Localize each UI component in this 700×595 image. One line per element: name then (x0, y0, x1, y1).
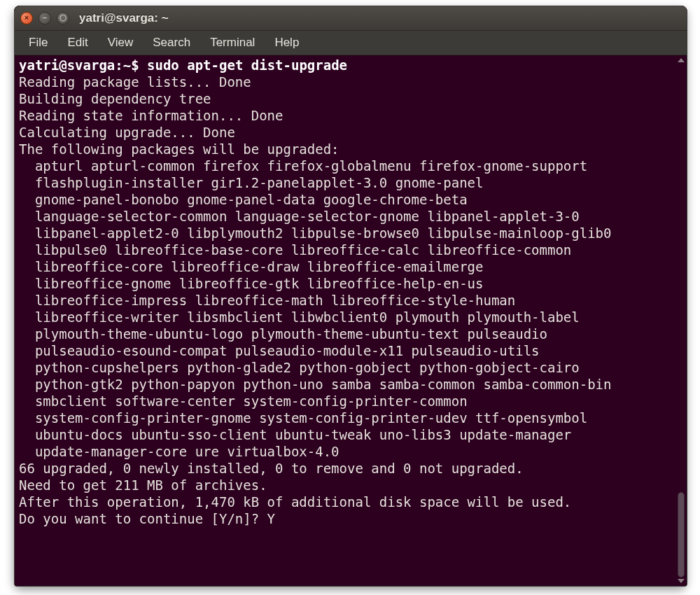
terminal-output[interactable]: yatri@svarga:~$ sudo apt-get dist-upgrad… (15, 55, 676, 586)
prompt: yatri@svarga:~$ (19, 57, 139, 73)
menu-search[interactable]: Search (144, 33, 199, 52)
terminal-line: The following packages will be upgraded: (19, 141, 340, 157)
minimize-icon: – (43, 14, 47, 22)
terminal-line: language-selector-common language-select… (19, 209, 580, 224)
scroll-down-icon[interactable] (678, 579, 685, 583)
terminal-line: libreoffice-core libreoffice-draw libreo… (19, 259, 483, 274)
terminal-line: Need to get 211 MB of archives. (19, 477, 267, 493)
terminal-line: python-gtk2 python-papyon python-uno sam… (19, 377, 611, 392)
terminal-window: × – ◯ yatri@svarga: ~ File Edit View Sea… (14, 6, 687, 587)
close-icon: × (24, 14, 29, 22)
terminal-line: libreoffice-writer libsmbclient libwbcli… (19, 309, 580, 325)
terminal-line: Do you want to continue [Y/n]? Y (19, 511, 275, 526)
terminal-line: Reading state information... Done (19, 108, 284, 123)
scroll-up-icon[interactable] (678, 58, 685, 62)
terminal-line: 66 upgraded, 0 newly installed, 0 to rem… (19, 461, 524, 476)
minimize-button[interactable]: – (38, 12, 51, 24)
terminal-line: smbclient software-center system-config-… (19, 393, 468, 409)
terminal-line: libreoffice-gnome libreoffice-gtk libreo… (19, 276, 483, 291)
titlebar[interactable]: × – ◯ yatri@svarga: ~ (15, 6, 687, 31)
terminal-line: plymouth-theme-ubuntu-logo plymouth-them… (19, 326, 547, 342)
menu-file[interactable]: File (20, 33, 56, 52)
terminal-line: update-manager-core ure virtualbox-4.0 (19, 444, 340, 459)
close-button[interactable]: × (20, 12, 33, 24)
terminal-body-wrap: yatri@svarga:~$ sudo apt-get dist-upgrad… (15, 55, 687, 586)
terminal-line: Reading package lists... Done (19, 74, 251, 90)
terminal-line: libreoffice-impress libreoffice-math lib… (19, 293, 515, 308)
terminal-line: python-cupshelpers python-glade2 python-… (19, 360, 580, 375)
maximize-button[interactable]: ◯ (57, 12, 69, 24)
menu-edit[interactable]: Edit (59, 33, 96, 52)
terminal-line: system-config-printer-gnome system-confi… (19, 410, 587, 426)
terminal-line: flashplugin-installer gir1.2-panelapplet… (19, 175, 483, 190)
menu-help[interactable]: Help (266, 33, 307, 52)
window-title: yatri@svarga: ~ (79, 11, 169, 25)
scroll-thumb[interactable] (678, 492, 685, 578)
terminal-line: libpulse0 libreoffice-base-core libreoff… (19, 242, 571, 258)
terminal-line: pulseaudio-esound-compat pulseaudio-modu… (19, 343, 540, 358)
terminal-line: apturl apturl-common firefox firefox-glo… (19, 158, 587, 174)
terminal-line: gnome-panel-bonobo gnome-panel-data goog… (19, 192, 468, 207)
terminal-line: libpanel-applet2-0 libplymouth2 libpulse… (19, 225, 611, 241)
scroll-track[interactable] (678, 64, 685, 578)
terminal-line: ubuntu-docs ubuntu-sso-client ubuntu-twe… (19, 427, 571, 442)
terminal-line: After this operation, 1,470 kB of additi… (19, 494, 571, 510)
maximize-icon: ◯ (59, 15, 66, 21)
menu-view[interactable]: View (99, 33, 142, 52)
scrollbar[interactable] (676, 55, 687, 586)
menubar: File Edit View Search Terminal Help (15, 31, 687, 55)
command-input: sudo apt-get dist-upgrade (147, 57, 347, 73)
menu-terminal[interactable]: Terminal (202, 33, 263, 52)
terminal-line: Building dependency tree (19, 91, 267, 106)
terminal-line: Calculating upgrade... Done (19, 125, 235, 140)
